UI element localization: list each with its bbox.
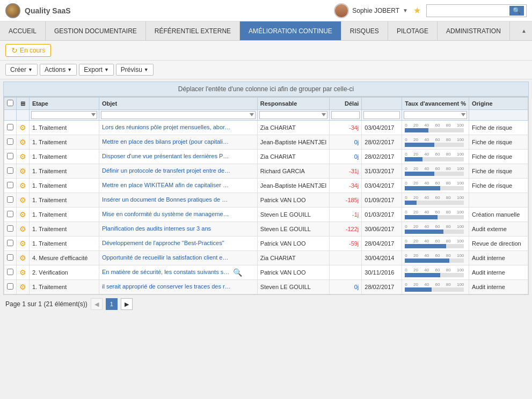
row-objet-link[interactable]: Opportunité de recueillir la satisfactio…: [102, 254, 231, 261]
table-row: ⚙1. TraitementDisposer d'une vue présent…: [4, 150, 528, 164]
row-taux: 020406080100: [402, 265, 469, 280]
table-row: ⚙1. TraitementDéfinir un protocole de tr…: [4, 164, 528, 179]
row-checkbox[interactable]: [7, 211, 13, 217]
search-button[interactable]: 🔍: [509, 6, 524, 16]
col-header-origine[interactable]: Origine: [469, 98, 528, 110]
filter-etape-select[interactable]: [31, 111, 97, 119]
nav-risques[interactable]: RISQUES: [341, 21, 388, 40]
col-header-taux[interactable]: Taux d'avancement %: [402, 98, 469, 110]
gear-icon[interactable]: ⚙: [19, 225, 26, 233]
row-responsable: Patrick VAN LOO: [257, 193, 330, 208]
row-checkbox[interactable]: [7, 240, 13, 246]
gear-icon[interactable]: ⚙: [19, 123, 26, 132]
col-header-delai[interactable]: Délai: [330, 98, 362, 110]
table-row: ⚙1. TraitementMettre en place WIKITEAM a…: [4, 179, 528, 193]
row-objet-link[interactable]: Mettre en place des bilans projet (pour …: [102, 138, 231, 145]
row-checkbox[interactable]: [7, 167, 13, 174]
tab-en-cours[interactable]: ↻ En cours: [5, 44, 51, 57]
nav-administration[interactable]: ADMINISTRATION: [438, 21, 510, 40]
row-objet-link[interactable]: Lors des réunions pôle projet mensuelles…: [102, 124, 231, 130]
previsu-button[interactable]: Prévisu ▼: [116, 64, 154, 76]
row-etape: 1. Traitement: [30, 150, 99, 164]
favorite-icon[interactable]: ★: [413, 5, 421, 16]
row-responsable: Zia CHARIAT: [257, 251, 330, 265]
row-checkbox[interactable]: [7, 254, 13, 261]
row-checkbox[interactable]: [7, 153, 13, 159]
row-gear-cell: ⚙: [17, 193, 30, 208]
filter-objet-select[interactable]: [101, 111, 256, 119]
row-checkbox[interactable]: [7, 269, 13, 275]
row-objet-link[interactable]: Mettre en place WIKITEAM afin de capital…: [102, 182, 231, 188]
row-checkbox[interactable]: [7, 124, 13, 130]
gear-icon[interactable]: ⚙: [19, 138, 26, 146]
row-objet: En matière de sécurité, les constats sui…: [99, 265, 258, 280]
table-row: ⚙1. TraitementDéveloppement de l'approch…: [4, 237, 528, 251]
row-search-icon[interactable]: 🔍: [231, 268, 242, 277]
creer-button[interactable]: Créer ▼: [5, 64, 38, 76]
row-objet-link[interactable]: Disposer d'une vue présentant les derniè…: [102, 153, 231, 159]
gear-icon[interactable]: ⚙: [19, 196, 26, 204]
gear-icon[interactable]: ⚙: [19, 254, 26, 262]
filter-delai-input[interactable]: [331, 111, 360, 119]
row-date: 01/09/2017: [362, 193, 402, 208]
col-header-date[interactable]: [362, 98, 402, 110]
row-objet-link[interactable]: il serait approprié de conserver les tra…: [102, 283, 231, 290]
gear-icon[interactable]: ⚙: [19, 283, 26, 291]
actions-button[interactable]: Actions ▼: [40, 64, 77, 76]
creer-label: Créer: [10, 66, 26, 73]
row-responsable: Jean-Baptiste HAENTJEI: [257, 135, 330, 150]
col-header-etape[interactable]: Etape: [30, 98, 99, 110]
nav-pilotage[interactable]: PILOTAGE: [388, 21, 438, 40]
row-checkbox[interactable]: [7, 283, 13, 290]
table-row: ⚙2. VérificationEn matière de sécurité, …: [4, 265, 528, 280]
gear-icon[interactable]: ⚙: [19, 239, 26, 248]
row-objet-link[interactable]: Développement de l'approche "Best-Practi…: [102, 240, 224, 246]
filter-date-input[interactable]: [363, 111, 400, 119]
nav-amelioration[interactable]: AMÉLIORATION CONTINUE: [240, 21, 341, 40]
row-origine: Revue de direction: [469, 237, 528, 251]
row-taux: 020406080100: [402, 179, 469, 193]
nav-accueil[interactable]: ACCUEIL: [0, 21, 46, 40]
toolbar: Créer ▼ Actions ▼ Export ▼ Prévisu ▼: [0, 61, 532, 79]
gear-icon[interactable]: ⚙: [19, 181, 26, 190]
row-check-cell: [4, 179, 17, 193]
next-page-button[interactable]: ▶: [121, 298, 133, 310]
nav-referentiel[interactable]: RÉFÉRENTIEL EXTERNE: [146, 21, 240, 40]
row-checkbox[interactable]: [7, 225, 13, 232]
export-button[interactable]: Export ▼: [79, 64, 114, 76]
table-row: ⚙1. TraitementMettre en place des bilans…: [4, 135, 528, 150]
filter-resp-select[interactable]: [259, 111, 328, 119]
gear-icon[interactable]: ⚙: [19, 268, 26, 277]
gear-icon[interactable]: ⚙: [19, 210, 26, 219]
filter-taux-select[interactable]: [404, 111, 467, 119]
data-table-wrapper: ⊞ Etape Objet Responsable Délai: [3, 97, 529, 295]
table-scroll[interactable]: ⊞ Etape Objet Responsable Délai: [4, 97, 528, 294]
row-checkbox[interactable]: [7, 182, 13, 188]
row-date: 30/06/2017: [362, 222, 402, 237]
row-checkbox[interactable]: [7, 138, 13, 145]
col-header-objet[interactable]: Objet: [99, 98, 258, 110]
row-objet-link[interactable]: En matière de sécurité, les constats sui…: [102, 269, 231, 275]
row-objet-link[interactable]: Insérer un document de Bonnes pratiques …: [102, 196, 231, 203]
row-checkbox[interactable]: [7, 196, 13, 203]
col-header-responsable[interactable]: Responsable: [257, 98, 330, 110]
prev-page-button[interactable]: ◀: [91, 298, 103, 310]
row-etape: 1. Traitement: [30, 193, 99, 208]
nav-gestion-doc[interactable]: GESTION DOCUMENTAIRE: [46, 21, 146, 40]
row-objet: Lors des réunions pôle projet mensuelles…: [99, 121, 258, 135]
select-all-checkbox[interactable]: [7, 100, 13, 106]
search-input[interactable]: [429, 7, 509, 14]
row-date: 30/11/2016: [362, 265, 402, 280]
row-taux: 020406080100: [402, 150, 469, 164]
row-objet-link[interactable]: Définir un protocole de transfert projet…: [102, 167, 231, 174]
gear-icon[interactable]: ⚙: [19, 167, 26, 175]
expand-all-icon[interactable]: ⊞: [20, 100, 25, 107]
gear-icon[interactable]: ⚙: [19, 152, 26, 161]
current-page-button[interactable]: 1: [106, 298, 118, 310]
user-dropdown-arrow: ▼: [403, 8, 408, 13]
row-objet-link[interactable]: Planification des audits internes sur 3 …: [102, 225, 211, 232]
nav-collapse-button[interactable]: ▲: [516, 26, 532, 36]
user-menu[interactable]: Sophie JOBERT ▼: [334, 3, 408, 18]
row-objet-link[interactable]: Mise en conformité du système de managem…: [102, 211, 231, 217]
row-responsable: Richard GARCIA: [257, 164, 330, 179]
